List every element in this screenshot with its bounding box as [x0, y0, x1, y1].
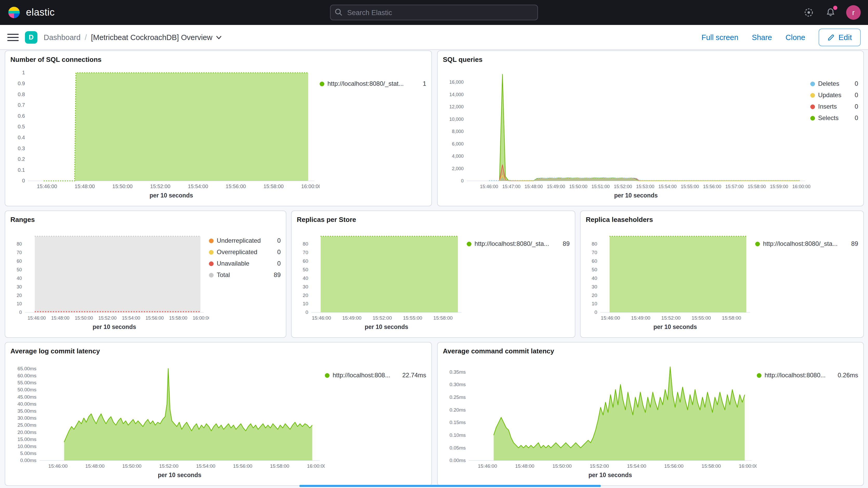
replica-leaseholders-chart[interactable]: 0102030405060708015:46:0015:49:0015:52:0…: [586, 225, 755, 333]
svg-text:15:46:00: 15:46:00: [28, 315, 46, 321]
sql-queries-chart[interactable]: 02,0004,0006,0008,00010,00012,00014,0001…: [443, 65, 810, 202]
legend-item[interactable]: Underreplicated0: [209, 237, 281, 244]
legend-item[interactable]: Selects0: [810, 114, 858, 122]
svg-text:0.35ms: 0.35ms: [450, 369, 466, 375]
svg-text:15:59:00: 15:59:00: [770, 184, 788, 189]
legend-item[interactable]: http://localhost:8080/_stat...1: [320, 80, 426, 87]
replicas-per-store-chart[interactable]: 0102030405060708015:46:0015:49:0015:52:0…: [297, 225, 467, 333]
breadcrumb-dashboard[interactable]: Dashboard: [44, 33, 81, 41]
svg-text:15:46:00: 15:46:00: [478, 463, 497, 469]
svg-text:20: 20: [303, 293, 308, 298]
legend-value: 0.26ms: [838, 372, 858, 379]
legend-value: 0: [855, 114, 858, 122]
svg-text:15:53:00: 15:53:00: [636, 184, 654, 189]
legend-label: http://localhost:8080/_sta...: [474, 240, 556, 247]
log-commit-latency-chart[interactable]: 0.00ms5.00ms10.00ms15.00ms20.00ms25.00ms…: [10, 357, 325, 481]
legend-label: Unavailable: [217, 260, 271, 267]
legend-dot-icon: [810, 116, 815, 120]
svg-text:0.8: 0.8: [18, 91, 25, 97]
legend-item[interactable]: Unavailable0: [209, 260, 281, 267]
svg-text:0.7: 0.7: [18, 102, 25, 108]
svg-text:0.30ms: 0.30ms: [450, 382, 466, 387]
notifications-icon[interactable]: [824, 6, 837, 19]
svg-text:0: 0: [461, 178, 464, 183]
svg-text:15:52:00: 15:52:00: [150, 183, 170, 189]
legend-value: 0: [855, 91, 858, 99]
legend-item[interactable]: http://localhost:8080...0.26ms: [757, 372, 858, 379]
svg-text:70: 70: [17, 250, 22, 255]
command-commit-latency-chart[interactable]: 0.00ms0.05ms0.10ms0.15ms0.20ms0.25ms0.30…: [443, 357, 757, 481]
legend-dot-icon: [810, 104, 815, 109]
ranges-chart[interactable]: 0102030405060708015:46:0015:48:0015:50:0…: [10, 225, 209, 333]
header-actions: r: [803, 5, 861, 20]
svg-text:15:46:00: 15:46:00: [37, 183, 57, 189]
legend-item[interactable]: Updates0: [810, 91, 858, 99]
legend-item[interactable]: Overreplicated0: [209, 248, 281, 256]
svg-text:60: 60: [303, 258, 308, 264]
kibana-app: elastic r D Dashboard /: [0, 0, 868, 488]
panel-title[interactable]: Replica leaseholders: [586, 215, 858, 224]
share-button[interactable]: Share: [752, 33, 772, 41]
elastic-logo[interactable]: [7, 6, 21, 19]
legend-item[interactable]: Total89: [209, 271, 281, 279]
legend-label: Selects: [818, 114, 848, 122]
space-badge[interactable]: D: [25, 31, 37, 43]
command-commit-latency-legend: http://localhost:8080...0.26ms: [757, 357, 858, 481]
legend-item[interactable]: Deletes0: [810, 80, 858, 87]
panel-title[interactable]: Average log commit latency: [10, 347, 426, 356]
legend-item[interactable]: http://localhost:8080/_sta...89: [755, 240, 858, 247]
brand-wordmark: elastic: [26, 7, 55, 18]
scrollbar-horizontal[interactable]: [299, 485, 601, 487]
svg-text:15:50:00: 15:50:00: [569, 184, 587, 189]
full-screen-button[interactable]: Full screen: [702, 33, 738, 41]
cloud-icon[interactable]: [803, 6, 815, 19]
legend-dot-icon: [209, 238, 214, 243]
panel-title[interactable]: SQL queries: [443, 55, 858, 64]
svg-text:0.4: 0.4: [18, 134, 25, 140]
svg-text:15:56:00: 15:56:00: [664, 463, 683, 469]
legend-item[interactable]: http://localhost:8080/_sta...89: [467, 240, 570, 247]
svg-text:15:54:00: 15:54:00: [658, 184, 677, 189]
svg-text:per 10 seconds: per 10 seconds: [158, 471, 201, 478]
svg-text:15:46:00: 15:46:00: [48, 463, 68, 469]
search-input[interactable]: [330, 5, 538, 20]
svg-text:15:52:00: 15:52:00: [661, 315, 681, 321]
legend-label: http://localhost:8080/_sta...: [763, 240, 845, 247]
user-avatar[interactable]: r: [846, 5, 861, 20]
page-title[interactable]: [Metricbeat CockroachDB] Overview: [91, 33, 222, 41]
svg-text:16,000: 16,000: [450, 80, 464, 85]
svg-text:per 10 seconds: per 10 seconds: [588, 471, 632, 478]
svg-text:15:48:00: 15:48:00: [85, 463, 104, 469]
svg-text:30: 30: [592, 284, 597, 289]
panel-ranges: Ranges 0102030405060708015:46:0015:48:00…: [5, 211, 286, 338]
panel-title[interactable]: Number of SQL connections: [10, 55, 426, 64]
panel-title[interactable]: Replicas per Store: [297, 215, 570, 224]
legend-item[interactable]: Inserts0: [810, 103, 858, 110]
svg-text:15:54:00: 15:54:00: [188, 183, 208, 189]
menu-icon[interactable]: [7, 31, 19, 43]
svg-text:16:00:00: 16:00:00: [307, 463, 325, 469]
panel-title[interactable]: Ranges: [10, 215, 281, 224]
svg-text:0.3: 0.3: [18, 146, 25, 151]
svg-text:8,000: 8,000: [452, 129, 464, 134]
svg-text:0: 0: [305, 309, 308, 315]
svg-text:55.00ms: 55.00ms: [18, 380, 36, 385]
svg-text:0.00ms: 0.00ms: [20, 458, 36, 463]
svg-text:0.15ms: 0.15ms: [450, 420, 466, 425]
svg-text:15:52:00: 15:52:00: [373, 315, 392, 321]
svg-text:0.10ms: 0.10ms: [450, 432, 466, 438]
svg-text:40.00ms: 40.00ms: [18, 401, 36, 407]
svg-text:2,000: 2,000: [452, 166, 464, 171]
svg-text:40: 40: [303, 275, 308, 281]
svg-text:30.00ms: 30.00ms: [18, 415, 36, 421]
svg-text:60.00ms: 60.00ms: [18, 373, 36, 378]
notification-badge: [833, 6, 837, 10]
sql-connections-chart[interactable]: 00.10.20.30.40.50.60.70.80.9115:46:0015:…: [10, 65, 320, 202]
svg-text:0: 0: [19, 310, 22, 315]
legend-item[interactable]: http://localhost:808...22.74ms: [325, 372, 426, 379]
edit-button[interactable]: Edit: [818, 28, 861, 46]
clone-button[interactable]: Clone: [786, 33, 805, 41]
legend-dot-icon: [755, 241, 760, 246]
panel-title[interactable]: Average command commit latency: [443, 347, 858, 356]
svg-text:15:48:00: 15:48:00: [515, 463, 534, 469]
